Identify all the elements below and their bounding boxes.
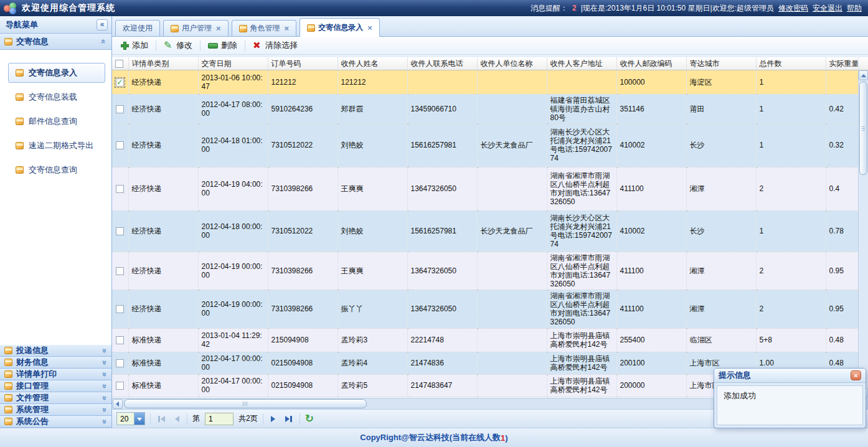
sidebar-collapse-button[interactable]: [97, 19, 108, 31]
help-link[interactable]: 帮助: [847, 3, 862, 14]
vertical-scrollbar[interactable]: [858, 70, 868, 398]
scroll-up-icon[interactable]: [859, 70, 868, 80]
pager-separator: [300, 413, 300, 425]
last-page-button[interactable]: [283, 416, 295, 422]
cell: 郑群霞: [337, 94, 407, 123]
cell: 湖南省湘潭市雨湖区八仙桥半点利超市对面电话:13647326050: [547, 167, 616, 210]
table-row[interactable]: 标准快递2013-01-04 11:29:42215094908孟玲莉32221…: [112, 328, 858, 352]
table-row[interactable]: 经济快递2012-04-17 08:00:005910264236郑群霞1345…: [112, 94, 858, 123]
column-header[interactable]: 收件人客户地址: [547, 57, 616, 70]
cell: 标准快递: [128, 352, 198, 374]
sidebar-group[interactable]: 系统公告: [0, 416, 111, 428]
tab[interactable]: 用户管理: [163, 20, 229, 36]
row-checkbox[interactable]: [116, 267, 124, 275]
sidebar-item[interactable]: 邮件信息查询: [8, 111, 105, 131]
column-header[interactable]: 收件人单位名称: [477, 57, 547, 70]
cell: [477, 167, 547, 210]
tab[interactable]: 交寄信息录入: [300, 18, 380, 37]
cell: 0.95: [826, 252, 858, 289]
row-checkbox[interactable]: [116, 105, 124, 113]
sidebar-group-expanded[interactable]: 交寄信息: [0, 34, 111, 50]
sidebar-item[interactable]: 交寄信息查询: [8, 160, 105, 180]
table-row[interactable]: 经济快递2013-01-06 10:00:4712121212121210000…: [112, 70, 858, 94]
first-page-button[interactable]: [156, 416, 167, 422]
cell: 王爽爽: [337, 167, 407, 210]
column-header[interactable]: 收件人联系电话: [407, 57, 477, 70]
cell: 410002: [616, 210, 686, 252]
page-label: 第: [192, 413, 200, 424]
pencil-icon: [164, 41, 173, 50]
row-checkbox[interactable]: [116, 185, 124, 193]
sidebar-group[interactable]: 系统管理: [0, 404, 111, 416]
tab-close-icon[interactable]: [285, 24, 290, 33]
sidebar-group-label: 交寄信息: [16, 36, 49, 47]
cell: 2012-04-19 00:00:00: [198, 252, 268, 289]
change-password-link[interactable]: 修改密码: [778, 3, 808, 14]
horizontal-scrollbar-thumb[interactable]: [124, 399, 367, 408]
toolbar-button[interactable]: 添加: [116, 38, 153, 53]
sidebar-item[interactable]: 交寄信息录入: [8, 63, 105, 83]
cell: [477, 289, 547, 328]
toolbar-button[interactable]: 清除选择: [248, 38, 303, 53]
next-page-button[interactable]: [268, 416, 278, 422]
column-header[interactable]: 寄达城市: [686, 57, 756, 70]
logout-link[interactable]: 安全退出: [813, 3, 842, 14]
sidebar-item-label: 交寄信息查询: [29, 164, 77, 176]
vertical-scrollbar-thumb[interactable]: [859, 82, 867, 175]
column-header[interactable]: 收件人姓名: [337, 57, 407, 70]
message-count-badge[interactable]: 2: [572, 4, 577, 12]
tab[interactable]: 角色管理: [232, 20, 297, 36]
pager-separator: [263, 413, 263, 425]
package-icon: [4, 38, 12, 45]
chevron-down-icon[interactable]: [134, 413, 144, 425]
column-header[interactable]: 实际重量: [826, 57, 858, 70]
prev-page-button[interactable]: [172, 416, 182, 422]
sidebar-group[interactable]: 财务信息: [0, 357, 111, 369]
package-icon: [16, 142, 24, 149]
sidebar-item[interactable]: 速递二期格式导出: [8, 136, 105, 156]
cell: 13459066710: [407, 94, 477, 123]
cell: 2012-04-18 00:00:00: [198, 210, 268, 252]
column-header[interactable]: 详情单类别: [128, 57, 198, 70]
tab-close-icon[interactable]: [367, 23, 372, 32]
cell: 王爽爽: [337, 252, 407, 289]
column-header[interactable]: 交寄日期: [198, 57, 268, 70]
row-checkbox[interactable]: [116, 227, 124, 235]
page-size-select[interactable]: 20: [116, 412, 145, 425]
row-checkbox[interactable]: [116, 336, 124, 344]
tab-close-icon[interactable]: [216, 24, 221, 33]
cell: 13647326050: [407, 252, 477, 289]
table-row[interactable]: 经济快递2012-04-19 00:00:007310398266振丫丫1364…: [112, 289, 858, 328]
page-number-input[interactable]: [205, 413, 234, 425]
table-row[interactable]: 经济快递2012-04-19 04:00:007310398266王爽爽1364…: [112, 167, 858, 210]
row-checkbox[interactable]: [116, 382, 124, 390]
column-header[interactable]: 总件数: [756, 57, 826, 70]
popup-header[interactable]: 提示信息: [714, 369, 866, 383]
row-checkbox[interactable]: [116, 141, 124, 149]
row-checkbox[interactable]: [116, 359, 124, 367]
sidebar-group-label: 详情单打印: [16, 369, 57, 380]
toolbar-button[interactable]: 修改: [159, 38, 197, 53]
sidebar-group[interactable]: 文件管理: [0, 392, 111, 404]
toolbar-button[interactable]: 删除: [203, 38, 242, 53]
refresh-icon[interactable]: [305, 413, 314, 424]
table-row[interactable]: 经济快递2012-04-18 00:00:007310512022刘艳姣1561…: [112, 210, 858, 252]
cell: 255400: [616, 328, 686, 352]
row-checkbox[interactable]: [116, 78, 124, 87]
sidebar-group[interactable]: 详情单打印: [0, 369, 111, 380]
table-row[interactable]: 经济快递2012-04-19 00:00:007310398266王爽爽1364…: [112, 252, 858, 289]
row-checkbox[interactable]: [116, 305, 124, 313]
select-all-checkbox[interactable]: [115, 60, 123, 68]
sidebar-group[interactable]: 投递信息: [0, 345, 111, 357]
table-row[interactable]: 经济快递2012-04-18 01:00:007310512022刘艳姣1561…: [112, 123, 858, 167]
sidebar-group[interactable]: 接口管理: [0, 380, 111, 392]
sidebar-item[interactable]: 交寄信息装载: [8, 87, 105, 107]
cell: 1: [756, 70, 826, 94]
title-bar: 欢迎使用综合管理系统 消息提醒： 2 |现在是:2013年1月6日 10:01:…: [0, 0, 868, 16]
column-header[interactable]: 收件人邮政编码: [616, 57, 686, 70]
tab[interactable]: 欢迎使用: [115, 20, 160, 36]
close-icon[interactable]: [851, 370, 861, 380]
column-header[interactable]: 订单号码: [268, 57, 337, 70]
popup-title: 提示信息: [719, 370, 751, 381]
scroll-left-icon[interactable]: [113, 399, 123, 409]
